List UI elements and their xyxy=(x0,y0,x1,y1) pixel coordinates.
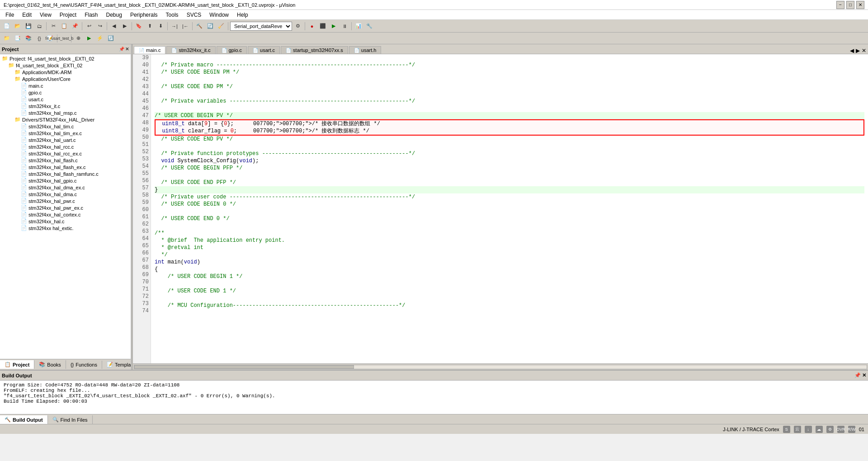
tree-item[interactable]: 📄stm32f4xx_hal_tim.c xyxy=(1,123,130,130)
menu-flash[interactable]: Flash xyxy=(81,11,101,19)
code-line[interactable] xyxy=(155,143,864,150)
menu-debug[interactable]: Debug xyxy=(103,11,126,19)
code-line[interactable] xyxy=(155,309,864,316)
build-output-close[interactable]: ✕ xyxy=(862,372,866,378)
code-line[interactable] xyxy=(155,76,864,83)
code-line[interactable]: */ xyxy=(155,251,864,259)
books-btn[interactable]: 📚 xyxy=(24,33,33,43)
registers-btn[interactable]: 📑 xyxy=(13,33,23,43)
code-line[interactable]: /* USER CODE END 0 */ xyxy=(155,215,864,222)
paste-button[interactable]: 📌 xyxy=(70,21,80,31)
tree-item[interactable]: 📁Application/User/Core xyxy=(1,75,130,82)
tree-item[interactable]: 📄stm32f4xx_hal.c xyxy=(1,218,130,225)
tb2-btn2[interactable]: ⊕ xyxy=(73,33,83,43)
indent-button[interactable]: →| xyxy=(170,21,179,31)
rebuild-button[interactable]: 🔄 xyxy=(205,21,215,31)
menu-edit[interactable]: Edit xyxy=(19,11,35,19)
tree-item[interactable]: 📄stm32f4xx_hal_rcc.c xyxy=(1,143,130,150)
tabs-scroll-right[interactable]: ▶ xyxy=(856,47,860,54)
tree-item[interactable]: 📄stm32f4xx_hal_flash_ex.c xyxy=(1,164,130,170)
code-line[interactable]: /* Private variables -------------------… xyxy=(155,98,864,105)
tree-item[interactable]: 📄stm32f4xx_hal_pwr_ex.c xyxy=(1,204,130,211)
tree-item[interactable]: 📄stm32f4xx_hal_cortex.c xyxy=(1,211,130,218)
menu-window[interactable]: Window xyxy=(206,11,232,19)
code-line[interactable]: /* USER CODE BEGIN PV */ xyxy=(155,112,864,119)
code-line[interactable]: /* USER CODE END PV */ xyxy=(155,136,864,143)
tree-item[interactable]: 📄stm32f4xx_hal_dma.c xyxy=(1,191,130,198)
scrollbar-track[interactable] xyxy=(134,365,867,369)
code-tab-usart[interactable]: 📄 usart.c xyxy=(248,46,280,54)
tb2-btn4[interactable]: ⚡ xyxy=(95,33,105,43)
tree-item[interactable]: 📄stm32f4xx_hal_gpio.c xyxy=(1,177,130,184)
tree-item[interactable]: 📄stm32f4xx_hal_pwr.c xyxy=(1,198,130,204)
clean-button[interactable]: 🧹 xyxy=(216,21,226,31)
undo-button[interactable]: ↩ xyxy=(84,21,94,31)
tree-item[interactable]: 📄stm32f4xx_hal_uart.c xyxy=(1,136,130,143)
code-tab-gpio[interactable]: 📄 gpio.c xyxy=(217,46,247,54)
tree-item[interactable]: 📄stm32f4xx_hal_flash.c xyxy=(1,157,130,164)
code-line[interactable]: /** xyxy=(155,230,864,237)
tb2-btn5[interactable]: 🔃 xyxy=(106,33,116,43)
menu-view[interactable]: View xyxy=(36,11,55,19)
code-line[interactable]: /* Private function prototypes ---------… xyxy=(155,150,864,157)
code-line[interactable] xyxy=(155,172,864,179)
code-line[interactable]: /* USER CODE BEGIN PFP */ xyxy=(155,165,864,172)
logic-analyzer-button[interactable]: 📊 xyxy=(354,21,363,31)
code-line[interactable]: uint8_t clear_flag = 0; 007700;">007700;… xyxy=(155,127,864,136)
tree-item[interactable]: 📄gpio.c xyxy=(1,89,130,96)
tabs-scroll-left[interactable]: ◀ xyxy=(850,47,854,54)
project-window-btn[interactable]: 📁 xyxy=(2,33,12,43)
code-line[interactable]: /* Private user code -------------------… xyxy=(155,193,864,201)
build-button[interactable]: 🔨 xyxy=(194,21,204,31)
functions-btn[interactable]: {} xyxy=(34,33,44,43)
build-output-pin[interactable]: 📌 xyxy=(854,372,861,378)
code-body[interactable]: /* Private macro -----------------------… xyxy=(151,54,868,363)
tree-item[interactable]: 📄stm32f4xx_hal_dma_ex.c xyxy=(1,184,130,191)
tree-item[interactable]: 📄stm32f4xx_it.c xyxy=(1,103,130,109)
tree-item[interactable]: 📄stm32f4xx_hal_rcc_ex.c xyxy=(1,150,130,157)
close-button[interactable]: ✕ xyxy=(856,1,864,9)
tb2-btn1[interactable]: f4_usart_test_block_ xyxy=(59,33,69,43)
tb2-btn3[interactable]: ▶ xyxy=(84,33,94,43)
copy-button[interactable]: 📋 xyxy=(59,21,69,31)
tree-item[interactable]: 📄stm32f4xx_hal_tim_ex.c xyxy=(1,130,130,136)
code-line[interactable]: /* USER CODE BEGIN PM */ xyxy=(155,69,864,76)
code-line[interactable]: /* USER CODE BEGIN 1 */ xyxy=(155,273,864,280)
cut-button[interactable]: ✂ xyxy=(48,21,58,31)
code-content[interactable]: 3940414243444546474849505152535455565758… xyxy=(133,54,868,363)
code-line[interactable]: /* MCU Configuration--------------------… xyxy=(155,302,864,309)
next-bookmark[interactable]: ⬇ xyxy=(156,21,165,31)
code-line[interactable]: * @brief The application entry point. xyxy=(155,237,864,244)
nav-back-button[interactable]: ◀ xyxy=(109,21,119,31)
build-tab-build[interactable]: 🔨 Build Output xyxy=(0,415,48,424)
target-options-button[interactable]: ⚙ xyxy=(293,21,303,31)
tree-item[interactable]: 📁Application/MDK-ARM xyxy=(1,69,130,75)
tree-item[interactable]: 📄stm32f4xx hal_extic. xyxy=(1,225,130,231)
tabs-close[interactable]: ✕ xyxy=(862,47,866,54)
pause-button[interactable]: ⏸ xyxy=(340,21,349,31)
code-tab-usarth[interactable]: 📄 usart.h xyxy=(349,46,382,54)
tree-item[interactable]: 📁Project: f4_usart_test_block _EXTI_02 xyxy=(1,55,130,62)
code-line[interactable] xyxy=(155,54,864,61)
code-line[interactable]: int main(void) xyxy=(155,259,864,266)
tree-item[interactable]: 📁f4_usart_test_block _EXTI_02 xyxy=(1,62,130,69)
code-line[interactable]: { xyxy=(155,266,864,273)
panel-close-btn[interactable]: ✕ xyxy=(125,47,129,52)
tab-books[interactable]: 📚 Books xyxy=(34,360,66,369)
menu-help[interactable]: Help xyxy=(233,11,252,19)
menu-project[interactable]: Project xyxy=(56,11,80,19)
code-line[interactable] xyxy=(155,222,864,230)
maximize-button[interactable]: □ xyxy=(846,1,854,9)
tree-item[interactable]: 📄main.c xyxy=(1,82,130,89)
tree-item[interactable]: 📄usart.c xyxy=(1,96,130,103)
stop-button[interactable]: ⬛ xyxy=(318,21,328,31)
config-button[interactable]: 🔧 xyxy=(364,21,374,31)
code-line[interactable]: void SystemClock_Config(void); xyxy=(155,157,864,165)
bookmark-button[interactable]: 🔖 xyxy=(134,21,144,31)
minimize-button[interactable]: − xyxy=(836,1,844,9)
tree-item[interactable]: 📄stm32f4xx_hal_msp.c xyxy=(1,109,130,116)
tab-templates[interactable]: 📝 Templates xyxy=(102,360,131,369)
unindent-button[interactable]: |← xyxy=(180,21,190,31)
debug-button[interactable]: ● xyxy=(307,21,317,31)
save-all-button[interactable]: 🗂 xyxy=(34,21,44,31)
